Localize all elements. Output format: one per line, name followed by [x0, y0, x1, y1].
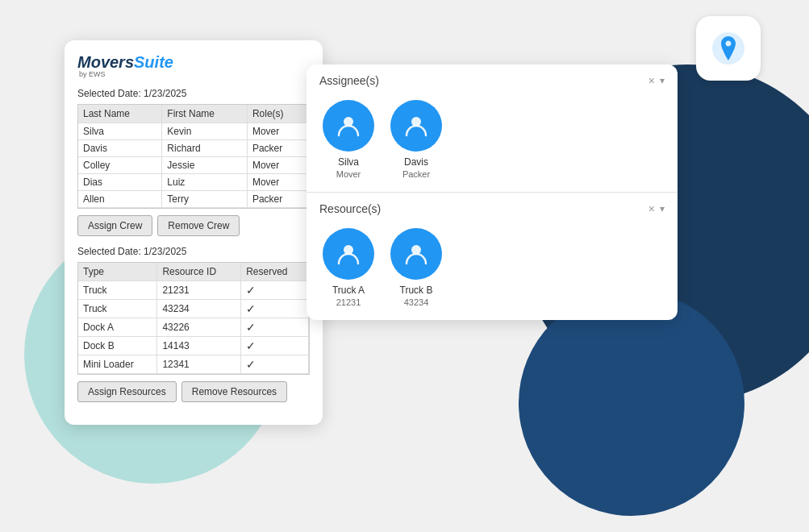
logo-area: MoversSuite by EWS — [77, 53, 310, 78]
table-row[interactable]: ColleyJessieMover — [78, 157, 309, 174]
list-item: Silva Mover — [323, 100, 374, 179]
remove-resources-button[interactable]: Remove Resources — [181, 381, 287, 402]
resources-controls: × ▾ — [648, 202, 665, 215]
resource-id: 43234 — [404, 297, 429, 307]
resources-close-button[interactable]: × — [648, 202, 655, 215]
avatar-icon — [334, 111, 363, 140]
avatar — [390, 100, 442, 152]
table-row[interactable]: SilvaKevinMover — [78, 123, 309, 140]
resources-date-label: Selected Date: 1/23/2025 — [77, 246, 310, 257]
col-role: Role(s) — [247, 105, 308, 123]
crew-table-wrapper[interactable]: Last Name First Name Role(s) SilvaKevinM… — [77, 104, 310, 209]
col-resource-id: Resource ID — [157, 263, 241, 281]
crew-action-buttons: Assign Crew Remove Crew — [77, 215, 310, 236]
list-item: Truck A 21231 — [323, 228, 374, 307]
table-row[interactable]: Dock A43226✓ — [78, 318, 309, 337]
table-row[interactable]: Mini Loader12341✓ — [78, 355, 309, 374]
avatar-icon — [334, 239, 363, 268]
table-row[interactable]: Truck43234✓ — [78, 300, 309, 318]
table-row[interactable]: Dock B14143✓ — [78, 337, 309, 355]
avatar — [323, 100, 374, 152]
list-item: Truck B 43234 — [390, 228, 442, 307]
resources-header: Resource(s) × ▾ — [307, 193, 678, 222]
right-panel: Assignee(s) × ▾ Silva Mover Davis Packer… — [307, 64, 678, 320]
avatar-icon — [402, 239, 431, 268]
left-panel: MoversSuite by EWS Selected Date: 1/23/2… — [65, 40, 323, 425]
pin-card — [696, 16, 761, 81]
col-first-name: First Name — [162, 105, 248, 123]
assignee-role: Mover — [336, 169, 361, 179]
assignees-controls: × ▾ — [648, 74, 665, 87]
remove-crew-button[interactable]: Remove Crew — [157, 215, 240, 236]
table-row[interactable]: DavisRichardPacker — [78, 140, 309, 157]
resources-title: Resource(s) — [319, 202, 381, 215]
avatar — [323, 228, 374, 280]
assignees-avatars-row: Silva Mover Davis Packer — [307, 94, 678, 192]
table-row[interactable]: AllenTerryPacker — [78, 191, 309, 208]
resource-action-buttons: Assign Resources Remove Resources — [77, 381, 310, 402]
assign-resources-button[interactable]: Assign Resources — [77, 381, 177, 402]
assignees-title: Assignee(s) — [319, 74, 379, 87]
location-pin-icon — [711, 31, 745, 65]
resources-table: Type Resource ID Reserved Truck21231✓Tru… — [78, 263, 309, 374]
logo-ews: by EWS — [79, 70, 310, 78]
assignees-header: Assignee(s) × ▾ — [307, 64, 678, 94]
resources-table-wrapper[interactable]: Type Resource ID Reserved Truck21231✓Tru… — [77, 262, 310, 375]
assignee-role: Packer — [402, 169, 430, 179]
assignees-chevron-icon[interactable]: ▾ — [660, 75, 665, 86]
col-type: Type — [78, 263, 157, 281]
logo-suite: Suite — [134, 53, 173, 71]
assignee-name: Silva — [338, 156, 359, 168]
resource-name: Truck B — [400, 285, 433, 296]
resource-name: Truck A — [332, 285, 365, 296]
assignee-name: Davis — [404, 156, 428, 168]
logo-movers: Movers — [77, 53, 134, 71]
col-reserved: Reserved — [241, 263, 309, 281]
bg-circle-dark2 — [519, 290, 744, 516]
resources-section: Selected Date: 1/23/2025 Type Resource I… — [77, 246, 310, 402]
list-item: Davis Packer — [390, 100, 442, 179]
crew-table: Last Name First Name Role(s) SilvaKevinM… — [78, 105, 309, 208]
resources-avatars-row: Truck A 21231 Truck B 43234 — [307, 222, 678, 320]
col-last-name: Last Name — [78, 105, 162, 123]
assign-crew-button[interactable]: Assign Crew — [77, 215, 152, 236]
resources-chevron-icon[interactable]: ▾ — [660, 203, 665, 214]
avatar-icon — [402, 111, 431, 140]
resource-id: 21231 — [336, 297, 361, 307]
crew-date-label: Selected Date: 1/23/2025 — [77, 88, 310, 99]
table-row[interactable]: Truck21231✓ — [78, 281, 309, 300]
crew-section: Selected Date: 1/23/2025 Last Name First… — [77, 88, 310, 236]
avatar — [390, 228, 442, 280]
assignees-close-button[interactable]: × — [648, 74, 655, 87]
table-row[interactable]: DiasLuizMover — [78, 174, 309, 191]
